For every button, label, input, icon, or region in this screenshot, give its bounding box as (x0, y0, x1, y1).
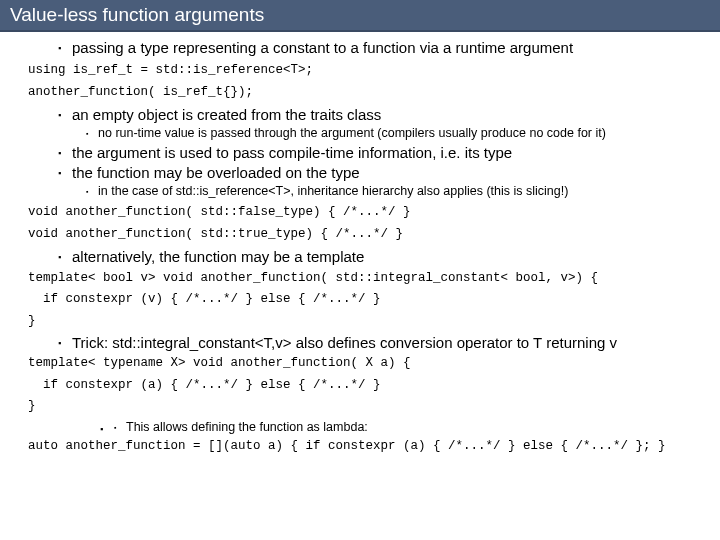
bullet-text: an empty object is created from the trai… (72, 106, 381, 123)
code-template-x-a: template< typename X> void another_funct… (28, 354, 710, 373)
bullet-overloaded: the function may be overloaded on the ty… (58, 163, 710, 199)
code-template-bool-a: template< bool v> void another_function(… (28, 269, 710, 288)
code-true-type: void another_function( std::true_type) {… (28, 225, 710, 244)
bullet-lambda: This allows defining the function as lam… (114, 419, 710, 436)
bullet-no-runtime-value: no run-time value is passed through the … (86, 125, 710, 142)
bullet-inheritance-slicing: in the case of std::is_reference<T>, inh… (86, 183, 710, 200)
bullet-empty-object: an empty object is created from the trai… (58, 105, 710, 141)
bullet-trick-conversion: Trick: std::integral_constant<T,v> also … (58, 333, 710, 353)
code-template-x-c: } (28, 397, 710, 416)
code-false-type: void another_function( std::false_type) … (28, 203, 710, 222)
slide-body: passing a type representing a constant t… (0, 32, 720, 463)
slide-title: Value-less function arguments (0, 0, 720, 32)
bullet-text: the function may be overloaded on the ty… (72, 164, 360, 181)
code-call-another: another_function( is_ref_t{}); (28, 83, 710, 102)
code-using-alias: using is_ref_t = std::is_reference<T>; (28, 61, 710, 80)
bullet-compile-time-info: the argument is used to pass compile-tim… (58, 143, 710, 163)
code-template-x-b: if constexpr (a) { /*...*/ } else { /*..… (28, 376, 710, 395)
bullet-passing-type: passing a type representing a constant t… (58, 38, 710, 58)
bullet-template-alt: alternatively, the function may be a tem… (58, 247, 710, 267)
code-template-bool-b: if constexpr (v) { /*...*/ } else { /*..… (28, 290, 710, 309)
code-template-bool-c: } (28, 312, 710, 331)
code-lambda: auto another_function = [](auto a) { if … (28, 437, 710, 456)
